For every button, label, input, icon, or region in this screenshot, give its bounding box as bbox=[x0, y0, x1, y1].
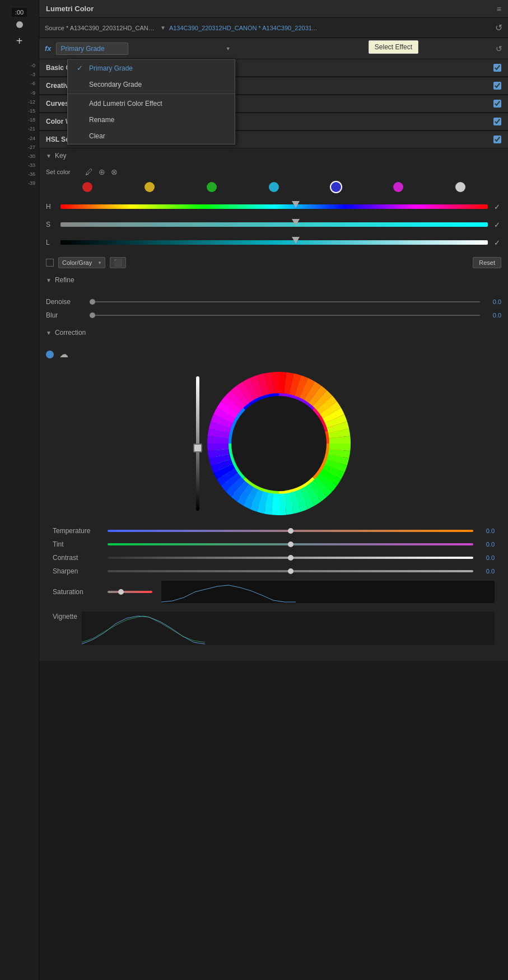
color-dot-yellow[interactable] bbox=[145, 182, 155, 192]
fx-bar: fx Primary Grade Secondary Grade ↺ ✓ Pri… bbox=[39, 38, 508, 59]
temperature-value: 0.0 bbox=[478, 528, 495, 534]
dropdown-label-primary: Primary Grade bbox=[89, 64, 133, 72]
color-dot-cyan[interactable] bbox=[269, 182, 279, 192]
source-reset-button[interactable]: ↺ bbox=[495, 22, 502, 33]
blur-label: Blur bbox=[46, 311, 85, 319]
sat-slider-thumb[interactable] bbox=[292, 219, 300, 226]
denoise-label: Denoise bbox=[46, 298, 85, 306]
tint-row: Tint 0.0 bbox=[53, 538, 495, 551]
dropdown-item-rename[interactable]: Rename bbox=[68, 111, 235, 128]
fx-reset-button[interactable]: ↺ bbox=[496, 44, 502, 53]
fx-dropdown[interactable]: Primary Grade Secondary Grade bbox=[56, 43, 128, 55]
sharpen-slider-track[interactable] bbox=[108, 570, 473, 572]
color-wheel-vertical-slider[interactable] bbox=[196, 376, 199, 511]
panel-menu-icon[interactable]: ≡ bbox=[497, 4, 501, 13]
correction-subsection-header[interactable]: ▼ Correction bbox=[39, 325, 508, 340]
key-subsection-header[interactable]: ▼ Key bbox=[39, 148, 508, 163]
temperature-slider-track[interactable] bbox=[108, 530, 473, 532]
lum-slider-label: L bbox=[46, 239, 56, 246]
refine-subsection-header[interactable]: ▼ Refine bbox=[39, 273, 508, 287]
refine-subsection-label: Refine bbox=[55, 276, 74, 284]
lum-check[interactable]: ✓ bbox=[492, 239, 501, 247]
saturation-graph bbox=[161, 581, 495, 603]
color-dot-purple[interactable] bbox=[393, 182, 403, 192]
temperature-row: Temperature 0.0 bbox=[53, 524, 495, 538]
curves-checkbox[interactable] bbox=[493, 100, 501, 108]
dropdown-label-rename: Rename bbox=[89, 116, 114, 124]
blur-slider-track[interactable] bbox=[90, 315, 480, 316]
main-panel: Lumetri Color ≡ Source * A134C390_220312… bbox=[39, 0, 508, 980]
contrast-value: 0.0 bbox=[478, 554, 495, 561]
contrast-row: Contrast 0.0 bbox=[53, 551, 495, 564]
color-dot-green[interactable] bbox=[207, 182, 217, 192]
sharpen-label: Sharpen bbox=[53, 567, 103, 575]
left-timeline-panel: :00 + -0 -3 -6 -9 -12 -15 -18 -21 -24 -2… bbox=[0, 0, 39, 980]
sharpen-thumb[interactable] bbox=[288, 568, 293, 574]
hsl-secondary-checkbox[interactable] bbox=[493, 136, 501, 143]
add-button[interactable]: + bbox=[16, 35, 23, 48]
color-dot-white[interactable] bbox=[455, 182, 465, 192]
hue-slider-thumb[interactable] bbox=[292, 201, 300, 208]
sat-slider-track bbox=[60, 222, 488, 227]
expand-button[interactable]: ⬛ bbox=[110, 257, 126, 268]
temperature-thumb[interactable] bbox=[288, 528, 293, 534]
dropdown-item-primary-grade[interactable]: ✓ Primary Grade bbox=[68, 60, 235, 76]
key-subsection-label: Key bbox=[55, 152, 67, 160]
contrast-thumb[interactable] bbox=[288, 555, 293, 561]
blur-slider-thumb[interactable] bbox=[90, 312, 95, 318]
denoise-value: 0.0 bbox=[484, 298, 501, 305]
denoise-slider-thumb[interactable] bbox=[90, 299, 95, 305]
refine-chevron-icon: ▼ bbox=[46, 277, 52, 283]
marker-18: -18 bbox=[0, 115, 39, 124]
basic-correction-checkbox[interactable] bbox=[493, 64, 501, 72]
color-dot-blue[interactable] bbox=[331, 182, 341, 192]
marker-0: -0 bbox=[0, 61, 39, 70]
correction-person-icon[interactable]: ☁ bbox=[59, 349, 68, 360]
sat-check[interactable]: ✓ bbox=[492, 221, 501, 229]
lum-slider-track-wrap[interactable] bbox=[60, 237, 488, 248]
hue-slider-track-wrap[interactable] bbox=[60, 201, 488, 212]
fx-label: fx bbox=[45, 44, 52, 53]
dropdown-label-add-effect: Add Lumetri Color Effect bbox=[89, 100, 162, 108]
color-gray-select-wrap[interactable]: Color/Gray Color Gray bbox=[58, 257, 105, 268]
fx-dropdown-wrap[interactable]: Primary Grade Secondary Grade bbox=[56, 43, 235, 55]
vignette-graph-line bbox=[82, 616, 205, 644]
key-chevron-icon: ▼ bbox=[46, 153, 52, 159]
lum-slider-thumb[interactable] bbox=[292, 237, 300, 244]
tint-label: Tint bbox=[53, 540, 103, 548]
source-dropdown-arrow[interactable]: ▼ bbox=[160, 25, 166, 31]
set-color-remove-button[interactable]: ⊗ bbox=[111, 167, 118, 176]
timeline-markers: -0 -3 -6 -9 -12 -15 -18 -21 -24 -27 -30 … bbox=[0, 50, 39, 188]
color-wheels-checkbox[interactable] bbox=[493, 118, 501, 125]
tint-slider-track[interactable] bbox=[108, 543, 473, 545]
color-dot-red[interactable] bbox=[82, 182, 92, 192]
color-gray-select[interactable]: Color/Gray Color Gray bbox=[58, 257, 105, 268]
creative-checkbox[interactable] bbox=[493, 82, 501, 90]
dropdown-label-secondary: Secondary Grade bbox=[89, 81, 142, 88]
set-color-add-button[interactable]: ⊕ bbox=[99, 167, 105, 176]
hue-slider-label: H bbox=[46, 203, 56, 211]
select-effect-tooltip: Select Effect bbox=[369, 40, 418, 54]
sharpen-row: Sharpen 0.0 bbox=[53, 564, 495, 578]
contrast-slider-track[interactable] bbox=[108, 557, 473, 559]
dropdown-item-add-effect[interactable]: Add Lumetri Color Effect bbox=[68, 95, 235, 111]
saturation-graph-line bbox=[161, 585, 296, 602]
tint-thumb[interactable] bbox=[288, 542, 293, 547]
hue-check[interactable]: ✓ bbox=[492, 203, 501, 211]
color-wheel[interactable] bbox=[206, 371, 352, 516]
reset-button[interactable]: Reset bbox=[473, 257, 501, 268]
denoise-slider-track[interactable] bbox=[90, 301, 480, 302]
marker-36: -36 bbox=[0, 170, 39, 179]
saturation-slider-track[interactable] bbox=[108, 591, 152, 593]
correction-circle-icon[interactable] bbox=[46, 351, 54, 358]
set-color-pen-button[interactable]: 🖊 bbox=[85, 167, 93, 176]
color-wheel-wrap bbox=[46, 365, 501, 522]
lum-slider-track bbox=[60, 240, 488, 245]
dropdown-item-clear[interactable]: Clear bbox=[68, 128, 235, 144]
color-gray-checkbox[interactable] bbox=[46, 259, 54, 267]
dropdown-item-secondary-grade[interactable]: Secondary Grade bbox=[68, 76, 235, 92]
sat-slider-track-wrap[interactable] bbox=[60, 219, 488, 230]
vertical-slider-thumb[interactable] bbox=[193, 444, 202, 452]
saturation-thumb[interactable] bbox=[118, 589, 124, 595]
marker-9: -9 bbox=[0, 88, 39, 97]
